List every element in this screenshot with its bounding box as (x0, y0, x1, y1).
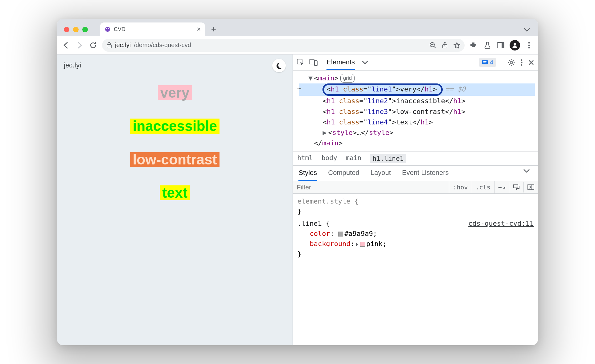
minimize-window-button[interactable] (73, 27, 79, 32)
grid-badge[interactable]: grid (340, 74, 355, 83)
close-window-button[interactable] (64, 27, 69, 32)
profile-avatar[interactable] (510, 40, 520, 51)
devtools-close-icon[interactable] (528, 59, 534, 66)
reload-button[interactable] (88, 41, 98, 50)
paint-icon[interactable] (509, 182, 523, 193)
svg-rect-18 (483, 61, 486, 62)
device-toolbar-icon[interactable] (309, 59, 318, 66)
svg-point-10 (514, 43, 516, 46)
computed-sidebar-icon[interactable] (523, 182, 538, 192)
crumb-selected[interactable]: h1.line1 (370, 154, 406, 163)
page-viewport: jec.fyi very inaccessible low-contrast t… (57, 55, 293, 345)
close-tab-button[interactable]: × (197, 25, 201, 33)
styles-rules[interactable]: element.style { } cds-quest-cvd:11 .line… (293, 194, 538, 261)
element-style-selector: element.style { (297, 197, 359, 205)
side-panel-icon[interactable] (496, 41, 505, 50)
styles-tab-computed[interactable]: Computed (328, 169, 359, 181)
lock-icon (106, 42, 112, 48)
devtools-settings-icon[interactable] (508, 59, 515, 66)
demo-content: very inaccessible low-contrast text (130, 85, 220, 200)
back-button[interactable] (61, 41, 71, 50)
browser-toolbar: jec.fyi/demo/cds-quest-cvd (57, 36, 538, 55)
svg-point-11 (528, 42, 530, 43)
styles-tab-events[interactable]: Event Listeners (402, 169, 449, 181)
dom-node[interactable]: ▶<style>…</style> (299, 127, 535, 138)
styles-filter-input[interactable] (293, 181, 449, 193)
crumb-body[interactable]: body (322, 154, 337, 163)
crumb-html[interactable]: html (297, 154, 313, 163)
chrome-menu-icon[interactable] (524, 41, 534, 50)
color-swatch-icon[interactable] (338, 232, 343, 237)
rule-selector: .line1 { (297, 220, 330, 227)
svg-point-23 (521, 64, 523, 66)
devtools-toolbar: Elements 4 (293, 55, 538, 71)
styles-tab-styles[interactable]: Styles (298, 169, 317, 181)
extensions-icon[interactable] (469, 41, 478, 50)
dom-node[interactable]: </main> (299, 138, 535, 148)
issues-count: 4 (490, 59, 493, 66)
window-controls (61, 27, 91, 36)
svg-rect-9 (502, 42, 504, 48)
dom-node[interactable]: <h1 class="line4">text</h1> (299, 117, 535, 127)
devtools-panel: Elements 4 ▼<main>grid (293, 55, 538, 345)
maximize-window-button[interactable] (82, 27, 88, 32)
svg-point-2 (108, 28, 109, 29)
styles-tab-more-icon[interactable] (523, 169, 532, 181)
svg-rect-17 (482, 60, 488, 64)
new-tab-button[interactable]: + (207, 24, 220, 36)
demo-line-3: low-contrast (130, 152, 219, 167)
svg-point-20 (510, 61, 513, 64)
styles-toolbar: :hov .cls +◢ (293, 181, 538, 194)
favicon-icon (105, 26, 111, 32)
site-brand: jec.fyi (64, 61, 81, 69)
browser-tab[interactable]: CVD × (100, 22, 205, 36)
demo-line-4: text (160, 185, 190, 200)
svg-point-1 (106, 28, 107, 29)
cls-toggle[interactable]: .cls (472, 181, 494, 193)
devtools-tab-more-icon[interactable] (362, 60, 368, 65)
svg-rect-19 (483, 63, 486, 63)
hov-toggle[interactable]: :hov (449, 181, 471, 193)
svg-point-22 (521, 62, 523, 63)
svg-rect-15 (309, 60, 314, 64)
devtools-tab-elements[interactable]: Elements (326, 58, 355, 70)
tab-strip: CVD × + (57, 19, 538, 36)
rule-source-link[interactable]: cds-quest-cvd:11 (468, 218, 534, 229)
url-domain: jec.fyi (115, 42, 131, 49)
issues-badge[interactable]: 4 (479, 58, 496, 67)
svg-rect-16 (314, 61, 317, 66)
demo-line-2: inaccessible (130, 119, 220, 133)
expand-shorthand-icon[interactable] (356, 243, 358, 246)
styles-tab-layout[interactable]: Layout (371, 169, 391, 181)
address-bar[interactable]: jec.fyi/demo/cds-quest-cvd (102, 39, 465, 52)
demo-line-1: very (158, 85, 192, 100)
svg-point-13 (528, 47, 530, 48)
more-actions-icon[interactable]: ⋯ (297, 83, 302, 94)
inspect-element-icon[interactable] (297, 59, 305, 67)
svg-rect-3 (107, 45, 111, 48)
svg-rect-24 (514, 185, 518, 188)
color-swatch-icon[interactable] (360, 242, 365, 247)
dom-node[interactable]: <h1 class="line3">low-contrast</h1> (299, 107, 535, 117)
svg-point-12 (528, 44, 530, 46)
crumb-main[interactable]: main (346, 154, 362, 163)
styles-tabstrip: Styles Computed Layout Event Listeners (293, 166, 538, 181)
svg-point-0 (105, 27, 110, 32)
labs-icon[interactable] (482, 41, 492, 50)
share-icon[interactable] (442, 42, 448, 49)
bookmark-star-icon[interactable] (453, 42, 460, 49)
dom-node-selected[interactable]: ⋯ <h1 class="line1">very</h1>== $0 (299, 83, 535, 96)
devtools-menu-icon[interactable] (521, 59, 523, 66)
dom-breadcrumb[interactable]: html body main h1.line1 (293, 152, 538, 166)
svg-line-5 (434, 46, 436, 48)
zoom-out-icon[interactable] (429, 42, 436, 49)
url-path: /demo/cds-quest-cvd (134, 42, 191, 49)
tab-title: CVD (114, 26, 125, 33)
dark-mode-toggle[interactable] (272, 59, 286, 72)
new-rule-button[interactable]: +◢ (494, 181, 509, 193)
forward-button[interactable] (75, 41, 84, 50)
svg-point-21 (521, 59, 523, 61)
dom-tree[interactable]: ▼<main>grid ⋯ <h1 class="line1">very</h1… (293, 71, 538, 152)
dom-node[interactable]: <h1 class="line2">inaccessible</h1> (299, 96, 535, 106)
tab-list-button[interactable] (524, 27, 534, 36)
